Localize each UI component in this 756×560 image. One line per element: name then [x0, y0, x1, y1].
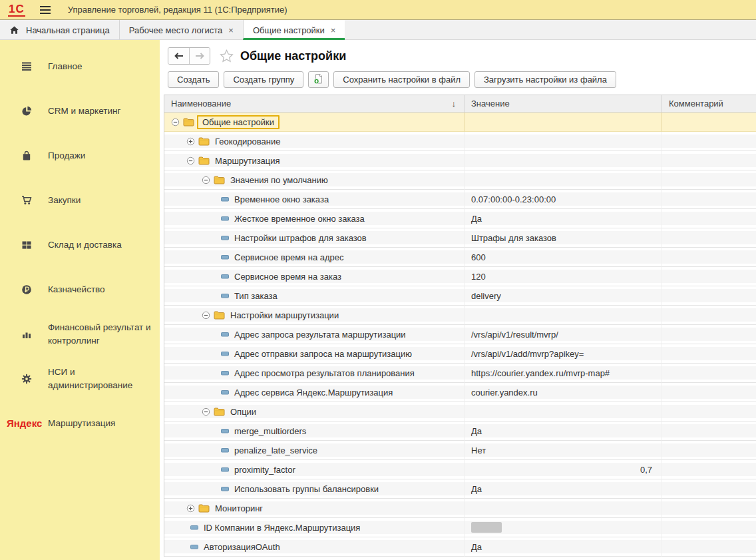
row-value-cell[interactable]	[465, 151, 662, 170]
row-value-cell[interactable]	[465, 402, 662, 421]
row-comment-cell[interactable]	[662, 460, 756, 479]
row-value-cell[interactable]: Да	[465, 537, 662, 557]
expand-icon[interactable]	[186, 504, 195, 513]
table-row[interactable]: Опции	[164, 402, 756, 421]
sidebar-item-nsi-admin[interactable]: НСИ и администрирование	[0, 356, 160, 401]
row-comment-cell[interactable]	[662, 499, 756, 518]
sidebar-item-main[interactable]: Главное	[0, 44, 160, 89]
save-settings-button[interactable]: Сохранить настройки в файл	[333, 71, 470, 88]
table-row[interactable]: proximity_factor0,7	[164, 460, 756, 479]
row-value-cell[interactable]: Нет	[465, 441, 662, 460]
table-row[interactable]: Адрес просмотра результатов планирования…	[164, 364, 756, 383]
table-row[interactable]: Временное окно заказа0.07:00:00-0.23:00:…	[164, 190, 756, 209]
row-value-cell[interactable]: delivery	[465, 286, 662, 306]
table-row[interactable]: Сервисное время на заказ120	[164, 267, 756, 286]
tab-general-settings[interactable]: Общие настройки ×	[243, 20, 345, 40]
collapse-icon[interactable]	[202, 311, 210, 320]
main-menu-icon[interactable]	[40, 6, 51, 14]
row-comment-cell[interactable]	[662, 151, 756, 170]
row-comment-cell[interactable]	[662, 441, 756, 460]
table-row[interactable]: penalize_late_serviceНет	[164, 441, 756, 460]
collapse-icon[interactable]	[171, 118, 180, 127]
close-icon[interactable]: ×	[331, 26, 336, 35]
row-comment-cell[interactable]	[662, 228, 756, 248]
collapse-icon[interactable]	[186, 156, 195, 165]
table-row[interactable]: Тип заказаdelivery	[164, 286, 756, 306]
forward-button[interactable]	[189, 48, 210, 64]
row-comment-cell[interactable]	[662, 421, 756, 441]
back-button[interactable]	[168, 48, 189, 64]
row-value-cell[interactable]: Да	[465, 479, 662, 499]
copy-item-button[interactable]	[308, 71, 329, 88]
row-comment-cell[interactable]	[662, 306, 756, 325]
table-row[interactable]: Использовать группы балансировкиДа	[164, 479, 756, 499]
row-comment-cell[interactable]	[662, 267, 756, 286]
create-group-button[interactable]: Создать группу	[224, 71, 303, 88]
table-row[interactable]: Адрес сервиса Яндекс.Маршрутизацияcourie…	[164, 383, 756, 402]
row-comment-cell[interactable]	[662, 344, 756, 364]
row-value-cell[interactable]: Да	[465, 421, 662, 441]
expand-icon[interactable]	[186, 137, 195, 146]
row-comment-cell[interactable]	[662, 190, 756, 209]
tab-logist-workplace[interactable]: Рабочее место логиста ×	[119, 20, 243, 40]
row-comment-cell[interactable]	[662, 248, 756, 267]
table-row[interactable]: Настройки штрафов для заказовШтрафы для …	[164, 228, 756, 248]
collapse-icon[interactable]	[202, 176, 210, 184]
table-row[interactable]: Мониторинг	[164, 499, 756, 518]
row-value-cell[interactable]	[465, 170, 662, 190]
row-value-cell[interactable]: 0,7	[465, 460, 662, 479]
column-header-name[interactable]: Наименование ↓	[164, 95, 465, 112]
table-row[interactable]: merge_multiordersДа	[164, 421, 756, 441]
table-row[interactable]: ID Компании в Яндекс.Маршрутизация	[164, 518, 756, 537]
row-value-cell[interactable]: https://courier.yandex.ru/mvrp-map#	[465, 364, 662, 383]
row-value-cell[interactable]	[465, 132, 662, 151]
sidebar-item-crm[interactable]: CRM и маркетинг	[0, 89, 160, 133]
table-row[interactable]: Сервисное время на адрес600	[164, 248, 756, 267]
row-value-cell[interactable]: 0.07:00:00-0.23:00:00	[465, 190, 662, 209]
column-header-value[interactable]: Значение	[465, 95, 662, 112]
table-row[interactable]: Адрес отправки запроса на маршрутизацию/…	[164, 344, 756, 364]
sidebar-item-purchases[interactable]: Закупки	[0, 178, 160, 222]
close-icon[interactable]: ×	[228, 26, 234, 35]
row-value-cell[interactable]	[465, 306, 662, 325]
table-row[interactable]: АвторизацияOAuthДа	[164, 537, 756, 557]
row-comment-cell[interactable]	[662, 402, 756, 421]
tab-home[interactable]: Начальная страница	[0, 20, 119, 40]
row-comment-cell[interactable]	[662, 170, 756, 190]
column-header-comment[interactable]: Комментарий	[662, 95, 756, 112]
row-comment-cell[interactable]	[662, 383, 756, 402]
favorite-star-icon[interactable]	[220, 49, 234, 63]
collapse-icon[interactable]	[202, 408, 210, 416]
sidebar-item-sales[interactable]: Продажи	[0, 133, 160, 178]
table-row[interactable]: Геокодирование	[164, 132, 756, 151]
row-comment-cell[interactable]	[662, 209, 756, 228]
table-row[interactable]: Жесткое временное окно заказаДа	[164, 209, 756, 228]
row-comment-cell[interactable]	[662, 325, 756, 344]
sidebar-item-warehouse[interactable]: Склад и доставка	[0, 222, 160, 267]
table-row[interactable]: Маршрутизация	[164, 151, 756, 170]
table-row[interactable]: Настройки маршрутизации	[164, 306, 756, 325]
row-comment-cell[interactable]	[662, 286, 756, 306]
row-value-cell[interactable]: Штрафы для заказов	[465, 228, 662, 248]
row-value-cell[interactable]	[465, 499, 662, 518]
row-value-cell[interactable]: /vrs/api/v1/result/mvrp/	[465, 325, 662, 344]
row-value-cell[interactable]: 120	[465, 267, 662, 286]
row-value-cell[interactable]	[465, 518, 662, 537]
sidebar-item-routing[interactable]: Яндекс Маршрутизация	[0, 401, 160, 445]
row-comment-cell[interactable]	[662, 479, 756, 499]
sidebar-item-finance[interactable]: Финансовый результат и контроллинг	[0, 312, 160, 356]
table-row[interactable]: Общие настройки	[164, 113, 756, 132]
row-value-cell[interactable]: courier.yandex.ru	[465, 383, 662, 402]
row-comment-cell[interactable]	[662, 364, 756, 383]
row-value-cell[interactable]	[465, 113, 662, 132]
row-comment-cell[interactable]	[662, 537, 756, 557]
row-value-cell[interactable]: Да	[465, 209, 662, 228]
load-settings-button[interactable]: Загрузить настройки из файла	[474, 71, 616, 88]
create-button[interactable]: Создать	[168, 71, 219, 88]
table-row[interactable]: Значения по умолчанию	[164, 170, 756, 190]
row-comment-cell[interactable]	[662, 518, 756, 537]
row-value-cell[interactable]: /vrs/api/v1/add/mvrp?apikey=	[465, 344, 662, 364]
row-comment-cell[interactable]	[662, 132, 756, 151]
sidebar-item-treasury[interactable]: Казначейство	[0, 267, 160, 312]
row-value-cell[interactable]: 600	[465, 248, 662, 267]
